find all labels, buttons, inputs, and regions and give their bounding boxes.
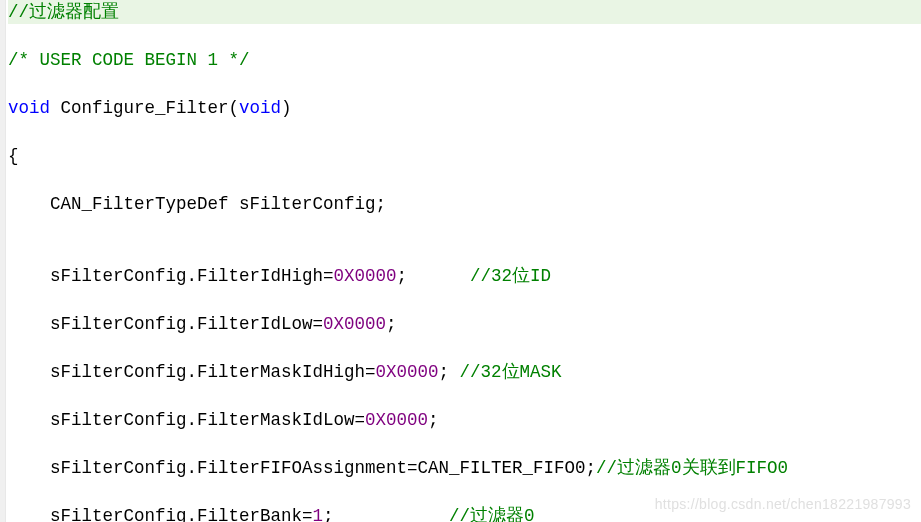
gutter bbox=[0, 0, 6, 522]
number: 0X0000 bbox=[323, 314, 386, 334]
keyword: void bbox=[8, 98, 50, 118]
text: { bbox=[8, 146, 19, 166]
text: sFilterConfig.FilterIdHigh= bbox=[8, 266, 334, 286]
code-line: /* USER CODE BEGIN 1 */ bbox=[8, 48, 921, 72]
text: CAN_FilterTypeDef sFilterConfig; bbox=[8, 194, 386, 214]
comment: //过滤器0 bbox=[449, 506, 535, 522]
comment: //32位ID bbox=[470, 266, 551, 286]
text: sFilterConfig.FilterMaskIdHigh= bbox=[8, 362, 376, 382]
code-line: { bbox=[8, 144, 921, 168]
text: Configure_Filter( bbox=[50, 98, 239, 118]
number: 0X0000 bbox=[365, 410, 428, 430]
text: sFilterConfig.FilterBank= bbox=[8, 506, 313, 522]
comment: //过滤器配置 bbox=[8, 2, 119, 22]
code-line: sFilterConfig.FilterIdLow=0X0000; bbox=[8, 312, 921, 336]
text: sFilterConfig.FilterMaskIdLow= bbox=[8, 410, 365, 430]
text: ; bbox=[439, 362, 460, 382]
text: ; bbox=[428, 410, 439, 430]
code-line: sFilterConfig.FilterFIFOAssignment=CAN_F… bbox=[8, 456, 921, 480]
text: ; bbox=[386, 314, 397, 334]
number: 1 bbox=[313, 506, 324, 522]
text: ; bbox=[397, 266, 471, 286]
code-line: sFilterConfig.FilterIdHigh=0X0000; //32位… bbox=[8, 264, 921, 288]
comment: //32位MASK bbox=[460, 362, 562, 382]
text: sFilterConfig.FilterIdLow= bbox=[8, 314, 323, 334]
code-line: void Configure_Filter(void) bbox=[8, 96, 921, 120]
number: 0X0000 bbox=[376, 362, 439, 382]
code-line: CAN_FilterTypeDef sFilterConfig; bbox=[8, 192, 921, 216]
number: 0X0000 bbox=[334, 266, 397, 286]
text: sFilterConfig.FilterFIFOAssignment=CAN_F… bbox=[8, 458, 596, 478]
code-editor: //过滤器配置 /* USER CODE BEGIN 1 */ void Con… bbox=[0, 0, 921, 522]
keyword: void bbox=[239, 98, 281, 118]
comment: /* USER CODE BEGIN 1 */ bbox=[8, 50, 250, 70]
comment: //过滤器0关联到FIFO0 bbox=[596, 458, 788, 478]
text: ) bbox=[281, 98, 292, 118]
code-line: sFilterConfig.FilterMaskIdLow=0X0000; bbox=[8, 408, 921, 432]
code-line: //过滤器配置 bbox=[8, 0, 921, 24]
code-line: sFilterConfig.FilterMaskIdHigh=0X0000; /… bbox=[8, 360, 921, 384]
watermark: https://blog.csdn.net/chen18221987993 bbox=[655, 492, 911, 516]
text: ; bbox=[323, 506, 449, 522]
